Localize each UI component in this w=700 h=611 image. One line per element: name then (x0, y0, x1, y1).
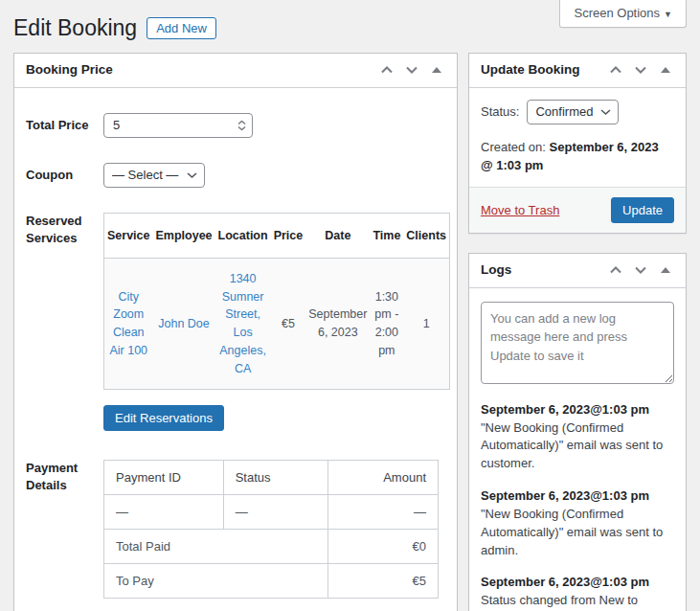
payment-header-amount: Amount (328, 461, 439, 495)
move-down-icon[interactable] (401, 61, 422, 79)
update-booking-header: Update Booking (469, 54, 686, 88)
screen-options-tab[interactable]: Screen Options▼ (559, 0, 687, 28)
screen-options-label: Screen Options (574, 6, 660, 20)
service-price: €5 (271, 258, 306, 390)
number-stepper-icon[interactable] (237, 120, 246, 130)
services-header-price: Price (271, 213, 306, 258)
services-header-date: Date (305, 213, 370, 258)
logs-metabox: Logs September 6, 2023@1:03 pm "New Book… (468, 253, 687, 611)
page-title: Edit Booking (13, 14, 137, 43)
coupon-row: Coupon — Select — (26, 163, 445, 188)
move-down-icon[interactable] (630, 261, 651, 279)
coupon-select[interactable]: — Select — (103, 163, 205, 188)
table-row: — — — (104, 495, 439, 530)
service-date: September 6, 2023 (305, 258, 370, 390)
log-entry-date: September 6, 2023@1:03 pm (481, 487, 674, 506)
move-up-icon[interactable] (605, 61, 626, 79)
update-booking-footer: Move to Trash Update (469, 187, 686, 233)
total-price-input[interactable] (103, 113, 253, 138)
toggle-panel-icon[interactable] (655, 261, 676, 279)
service-time: 1:30 pm - 2:00 pm (370, 258, 403, 390)
status-label: Status: (481, 104, 519, 119)
payment-id-value: — (104, 495, 224, 530)
payment-details-label: Payment Details (26, 460, 103, 494)
logs-title: Logs (481, 261, 511, 280)
caret-down-icon: ▼ (664, 10, 672, 19)
payment-amount-value: — (328, 495, 439, 530)
move-to-trash-link[interactable]: Move to Trash (481, 203, 559, 217)
payment-header-id: Payment ID (104, 461, 224, 495)
table-row: To Pay €5 (104, 564, 439, 599)
log-message-input[interactable] (481, 302, 674, 384)
services-header-location: Location (215, 213, 271, 258)
toggle-panel-icon[interactable] (655, 61, 676, 79)
created-on: Created on: September 6, 2023 @ 1:03 pm (481, 138, 674, 175)
list-item: September 6, 2023@1:03 pm "New Booking (… (481, 487, 674, 559)
table-row: City Zoom Clean Air 100 John Doe 1340 Su… (104, 258, 450, 390)
services-header-employee: Employee (152, 213, 215, 258)
add-new-button[interactable]: Add New (147, 17, 216, 39)
payment-details-table: Payment ID Status Amount — — — (103, 460, 439, 599)
update-booking-title: Update Booking (481, 61, 580, 79)
booking-price-metabox: Booking Price Total Price (13, 53, 458, 611)
edit-reservations-button[interactable]: Edit Reservations (103, 405, 224, 431)
move-up-icon[interactable] (605, 261, 626, 279)
created-on-prefix: Created on: (481, 140, 546, 154)
reserved-services-table: Service Employee Location Price Date Tim… (103, 213, 450, 391)
to-pay-value: €5 (328, 564, 439, 599)
services-header-time: Time (370, 213, 403, 258)
log-entry-date: September 6, 2023@1:03 pm (481, 401, 674, 419)
log-entry-message: "New Booking (Confirmed Automatically)" … (481, 419, 674, 474)
payment-details-row: Payment Details Payment ID Status Amount (26, 460, 445, 599)
edit-booking-page: Edit Booking Add New Booking Price Total… (0, 0, 700, 611)
service-clients: 1 (403, 258, 449, 390)
total-paid-value: €0 (328, 530, 439, 564)
move-down-icon[interactable] (630, 61, 651, 79)
toggle-panel-icon[interactable] (426, 61, 447, 79)
move-up-icon[interactable] (376, 61, 397, 79)
payment-status-value: — (223, 495, 328, 530)
booking-price-title: Booking Price (26, 61, 113, 79)
update-booking-metabox: Update Booking Status: Confirmed (468, 53, 687, 234)
location-link[interactable]: 1340 Sumner Street, Los Angeles, CA (219, 272, 266, 375)
payment-header-status: Status (223, 461, 328, 495)
log-entry-date: September 6, 2023@1:03 pm (481, 574, 674, 592)
total-price-row: Total Price (26, 113, 445, 138)
logs-header: Logs (469, 254, 686, 288)
table-row: Total Paid €0 (104, 530, 439, 564)
log-entry-message: "New Booking (Confirmed Automatically)" … (481, 506, 674, 560)
status-row: Status: Confirmed (481, 100, 674, 124)
to-pay-label: To Pay (104, 564, 328, 599)
list-item: September 6, 2023@1:03 pm "New Booking (… (481, 401, 674, 473)
reserved-services-label: Reserved Services (26, 213, 103, 247)
services-header-clients: Clients (403, 213, 449, 258)
services-header-service: Service (104, 213, 153, 258)
total-price-label: Total Price (26, 117, 103, 134)
total-paid-label: Total Paid (104, 530, 328, 564)
service-link[interactable]: City Zoom Clean Air 100 (109, 290, 147, 357)
employee-link[interactable]: John Doe (158, 317, 210, 330)
update-button[interactable]: Update (611, 197, 674, 223)
booking-price-header: Booking Price (14, 54, 457, 88)
status-select[interactable]: Confirmed (527, 100, 619, 124)
coupon-label: Coupon (26, 167, 103, 184)
log-entry-message: Status changed from New to Confirmed. (481, 592, 674, 611)
list-item: September 6, 2023@1:03 pm Status changed… (481, 574, 674, 611)
reserved-services-row: Reserved Services Service Employee Locat… (26, 213, 445, 391)
